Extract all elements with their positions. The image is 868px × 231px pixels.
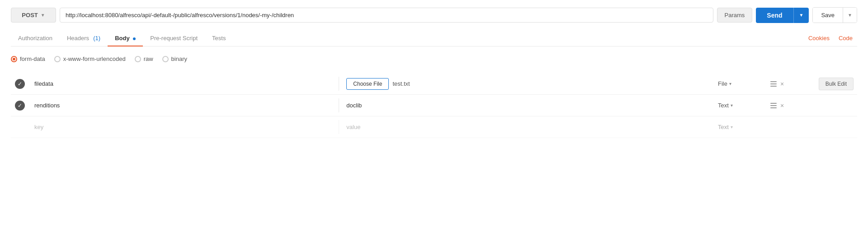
radio-binary-label: binary	[171, 55, 187, 62]
tab-authorization-label: Authorization	[18, 35, 52, 42]
row1-actions: ×	[767, 81, 803, 87]
body-options: form-data x-www-form-urlencoded raw bina…	[11, 54, 857, 64]
table-row: ✓ filedata Choose File test.txt File ▾	[11, 73, 857, 95]
radio-raw[interactable]: raw	[135, 55, 153, 62]
row3-key-input[interactable]	[34, 124, 333, 130]
row3-type[interactable]: Text ▾	[712, 120, 767, 134]
choose-file-button[interactable]: Choose File	[346, 78, 389, 90]
check-icon: ✓	[18, 102, 22, 109]
row3-value	[339, 120, 712, 134]
check-icon: ✓	[18, 81, 22, 87]
radio-urlencoded-label: x-www-form-urlencoded	[63, 55, 126, 62]
row1-menu-icon[interactable]	[770, 81, 777, 87]
save-button[interactable]: Save	[813, 8, 843, 23]
row2-value: doclib	[339, 98, 712, 112]
form-rows: ✓ filedata Choose File test.txt File ▾	[11, 73, 857, 138]
send-dropdown-button[interactable]: ▼	[793, 8, 809, 23]
tab-prerequest[interactable]: Pre-request Script	[143, 30, 205, 46]
row2-type-label: Text	[718, 102, 729, 109]
tabs-bar: Authorization Headers (1) Body Pre-reque…	[11, 30, 857, 46]
app-container: POST ▼ Params Send ▼ Save ▼ Authorizatio…	[0, 0, 868, 231]
tab-headers-badge: (1)	[92, 35, 101, 42]
row1-key-label: filedata	[34, 80, 53, 87]
row3-type-label: Text	[718, 124, 729, 130]
save-group: Save ▼	[812, 7, 857, 23]
row2-menu-icon[interactable]	[770, 103, 777, 108]
row3-key[interactable]	[29, 120, 339, 134]
radio-binary[interactable]: binary	[162, 55, 187, 62]
row1-key: filedata	[29, 77, 339, 91]
tab-body-label: Body	[115, 35, 130, 42]
tab-authorization[interactable]: Authorization	[11, 30, 60, 46]
tab-headers-label: Headers	[67, 35, 89, 42]
url-input[interactable]	[60, 8, 713, 23]
row2-key-label: renditions	[34, 102, 60, 109]
radio-urlencoded[interactable]: x-www-form-urlencoded	[54, 55, 126, 62]
row1-type-label: File	[718, 80, 727, 87]
table-row: ✓ renditions doclib Text ▾ ×	[11, 95, 857, 116]
tab-link-cookies[interactable]: Cookies	[804, 30, 834, 46]
row2-check[interactable]: ✓	[11, 101, 29, 111]
send-button[interactable]: Send	[756, 8, 793, 23]
radio-form-data-circle	[11, 56, 17, 62]
row2-type[interactable]: Text ▾	[712, 98, 767, 112]
bulk-edit-button[interactable]: Bulk Edit	[819, 78, 854, 90]
table-row: Text ▾	[11, 116, 857, 138]
tab-prerequest-label: Pre-request Script	[150, 35, 198, 42]
row2-value-text: doclib	[346, 102, 362, 109]
row1-check-circle: ✓	[15, 79, 25, 89]
row1-type-chevron-icon: ▾	[729, 81, 731, 86]
row3-type-chevron-icon: ▾	[731, 125, 733, 129]
save-dropdown-button[interactable]: ▼	[843, 8, 857, 23]
top-bar: POST ▼ Params Send ▼ Save ▼	[11, 7, 857, 23]
row1-type[interactable]: File ▾	[712, 77, 767, 91]
tab-body-dot	[133, 37, 136, 40]
row2-check-circle: ✓	[15, 101, 25, 111]
row1-delete-icon[interactable]: ×	[780, 81, 784, 87]
row2-actions: ×	[767, 102, 803, 109]
row3-value-input[interactable]	[346, 124, 705, 130]
tab-body[interactable]: Body	[108, 30, 143, 46]
row2-delete-icon[interactable]: ×	[780, 102, 784, 109]
tab-tests-label: Tests	[212, 35, 226, 42]
radio-urlencoded-circle	[54, 56, 61, 62]
row1-bulk: Bulk Edit	[803, 78, 857, 90]
tab-tests[interactable]: Tests	[205, 30, 233, 46]
tab-headers[interactable]: Headers (1)	[60, 30, 108, 46]
radio-raw-label: raw	[144, 55, 153, 62]
row1-value: Choose File test.txt	[339, 74, 712, 93]
row1-file-name: test.txt	[392, 80, 410, 87]
method-chevron-icon: ▼	[41, 13, 45, 18]
send-group: Send ▼	[756, 8, 809, 23]
radio-raw-circle	[135, 56, 141, 62]
radio-form-data-label: form-data	[20, 55, 45, 62]
radio-binary-circle	[162, 56, 169, 62]
radio-form-data[interactable]: form-data	[11, 55, 45, 62]
method-label: POST	[22, 12, 38, 18]
tab-link-code[interactable]: Code	[834, 30, 857, 46]
row2-type-chevron-icon: ▾	[731, 103, 733, 108]
method-select[interactable]: POST ▼	[11, 8, 56, 23]
row1-check[interactable]: ✓	[11, 79, 29, 89]
row2-key: renditions	[29, 98, 339, 112]
params-button[interactable]: Params	[717, 8, 753, 23]
